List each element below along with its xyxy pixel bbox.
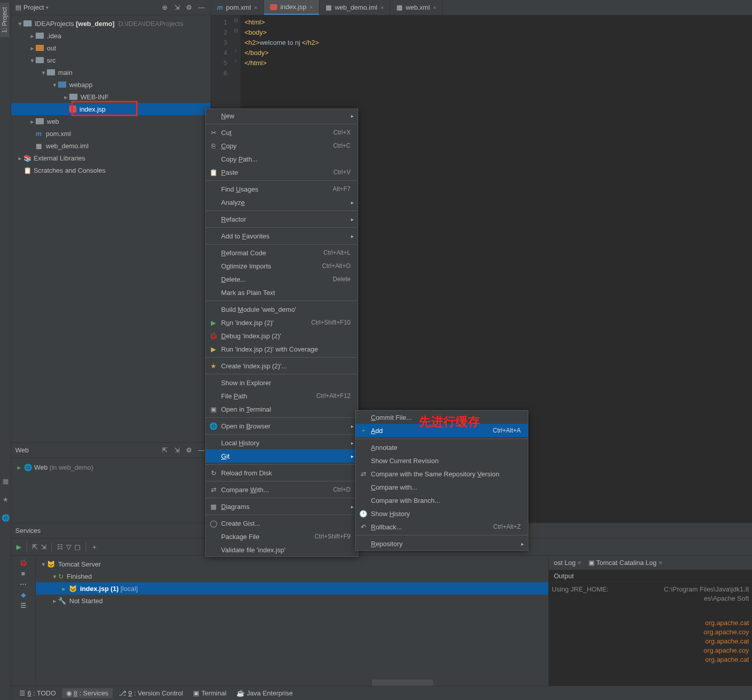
menu-item[interactable]: Commit File...: [356, 411, 528, 424]
layout-icon[interactable]: ▢: [74, 543, 80, 551]
run-button[interactable]: ▶: [16, 543, 21, 551]
gear-icon[interactable]: ⚙: [184, 445, 194, 455]
menu-item[interactable]: Show Current Revision: [356, 454, 528, 467]
tab-pom[interactable]: mpom.xml×: [211, 0, 264, 15]
menu-item[interactable]: Build Module 'web_demo': [206, 303, 358, 316]
dropdown-icon[interactable]: ▾: [46, 5, 48, 10]
menu-item[interactable]: Repository▸: [356, 537, 528, 550]
tree-src[interactable]: src: [11, 54, 210, 66]
menu-item[interactable]: 📋PasteCtrl+V: [206, 166, 358, 179]
tree-pom[interactable]: mpom.xml: [11, 127, 210, 140]
menu-item[interactable]: ★Create 'index.jsp (2)'...: [206, 359, 358, 372]
web-run-row[interactable]: ▸🌐Web (in web_demo): [15, 461, 206, 473]
menu-item[interactable]: File PathCtrl+Alt+F12: [206, 389, 358, 402]
menu-item[interactable]: ⇄Compare With...Ctrl+D: [206, 483, 358, 496]
menu-item[interactable]: ▶Run 'index.jsp (2)' with Coverage: [206, 342, 358, 356]
close-icon[interactable]: ×: [254, 5, 257, 11]
svc-finished[interactable]: ↻Finished: [36, 570, 548, 582]
tree-webapp[interactable]: webapp: [11, 78, 210, 91]
menu-item[interactable]: ✂CutCtrl+X: [206, 126, 358, 139]
tree-collapse-icon[interactable]: ⇲: [41, 543, 46, 551]
tree-extlib[interactable]: 📚External Libraries: [11, 152, 210, 164]
expand-icon[interactable]: ⇲: [172, 3, 182, 13]
bottom-tab-vcs[interactable]: ⎇9: Version Control: [115, 688, 187, 698]
bottom-tab-terminal[interactable]: ▣Terminal: [189, 688, 230, 698]
tab-indexjsp[interactable]: index.jsp×: [264, 0, 319, 15]
menu-item[interactable]: Show in Explorer: [206, 376, 358, 389]
scrollbar-horizontal[interactable]: [372, 680, 433, 686]
menu-item[interactable]: Reformat CodeCtrl+Alt+L: [206, 246, 358, 259]
svc-tomcat[interactable]: 🐱Tomcat Server: [36, 558, 548, 570]
group-icon[interactable]: ☷: [57, 543, 63, 551]
menu-item[interactable]: ▦Diagrams▸: [206, 500, 358, 513]
stop-icon[interactable]: ■: [21, 570, 25, 577]
tree-indexjsp[interactable]: index.jsp: [11, 103, 210, 115]
menu-item[interactable]: Annotate: [356, 441, 528, 454]
svc-notstarted[interactable]: 🔧Not Started: [36, 595, 548, 607]
menu-item[interactable]: Package FileCtrl+Shift+F9: [206, 530, 358, 543]
output-tab-catalina[interactable]: ▣ Tomcat Catalina Log ×: [588, 559, 662, 567]
menu-item[interactable]: Add to Favorites▸: [206, 229, 358, 243]
hide-icon[interactable]: —: [196, 3, 206, 13]
menu-icon[interactable]: ☰: [20, 602, 26, 609]
output-body[interactable]: Using JRE_HOME:C:\Program Files\Java\jdk…: [549, 582, 752, 668]
menu-item[interactable]: 🕐Show History: [356, 507, 528, 520]
menu-item[interactable]: ＋AddCtrl+Alt+A: [356, 424, 528, 437]
add-icon[interactable]: ＋: [91, 543, 98, 552]
tree-out[interactable]: out: [11, 42, 210, 54]
menu-item[interactable]: 🌐Open in Browser▸: [206, 419, 358, 433]
menu-item[interactable]: Analyze▸: [206, 196, 358, 209]
collapse-icon[interactable]: ⇱: [159, 445, 170, 455]
tree-web[interactable]: web: [11, 115, 210, 127]
bottom-tab-javaee[interactable]: ☕Java Enterprise: [232, 688, 297, 698]
menu-item[interactable]: ↶Rollback...Ctrl+Alt+Z: [356, 520, 528, 533]
bottom-tab-todo[interactable]: ☰6: TODO: [15, 688, 60, 698]
tree-main[interactable]: main: [11, 66, 210, 78]
menu-item[interactable]: Compare with Branch...: [356, 494, 528, 507]
bottom-tab-services[interactable]: ◉8: Services: [62, 688, 113, 698]
tab-webxml[interactable]: ▦web.xml×: [390, 0, 443, 15]
menu-item[interactable]: ↻Reload from Disk: [206, 466, 358, 479]
vtab-project[interactable]: 1: Project: [0, 3, 9, 37]
expand-all-icon[interactable]: ⇲: [172, 445, 182, 455]
menu-item[interactable]: Local History▸: [206, 436, 358, 449]
menu-item[interactable]: Compare with...: [356, 480, 528, 494]
bug-icon[interactable]: 🐞: [19, 559, 28, 567]
tab-iml[interactable]: ▦web_demo.iml×: [319, 0, 390, 15]
tree-iml[interactable]: ▦web_demo.iml: [11, 140, 210, 152]
menu-item[interactable]: Delete...Delete: [206, 273, 358, 286]
menu-item[interactable]: ▶Run 'index.jsp (2)'Ctrl+Shift+F10: [206, 316, 358, 329]
menu-item[interactable]: Optimize ImportsCtrl+Alt+O: [206, 259, 358, 273]
tree-idea[interactable]: .idea: [11, 30, 210, 42]
menu-item[interactable]: Copy Path...: [206, 152, 358, 166]
hide-icon[interactable]: —: [196, 445, 206, 455]
menu-item[interactable]: Validate file 'index.jsp': [206, 543, 358, 556]
menu-item[interactable]: Refactor▸: [206, 212, 358, 226]
menu-item[interactable]: ⎘CopyCtrl+C: [206, 139, 358, 152]
menu-item[interactable]: New▸: [206, 109, 358, 122]
menu-item[interactable]: ◯Create Gist...: [206, 517, 358, 530]
tree-scratch[interactable]: 📋Scratches and Consoles: [11, 164, 210, 176]
menu-item[interactable]: 🐞Debug 'index.jsp (2)': [206, 329, 358, 342]
tree-webinf[interactable]: WEB-INF: [11, 91, 210, 103]
vtab-favorites-icon[interactable]: ★: [0, 490, 11, 508]
menu-item[interactable]: Find UsagesAlt+F7: [206, 182, 358, 196]
close-icon[interactable]: ×: [381, 5, 384, 11]
menu-item[interactable]: ⇄Compare with the Same Repository Versio…: [356, 467, 528, 480]
vtab-web-icon[interactable]: 🌐: [0, 508, 11, 527]
menu-item[interactable]: ▣Open in Terminal: [206, 402, 358, 416]
filter-icon[interactable]: ▽: [66, 543, 71, 551]
locate-icon[interactable]: ⊕: [159, 3, 170, 13]
gear-icon[interactable]: ⚙: [184, 3, 194, 13]
diamond-icon[interactable]: ◆: [21, 591, 26, 599]
menu-item[interactable]: Mark as Plain Text: [206, 286, 358, 299]
vtab-structure-icon[interactable]: ▦: [0, 472, 11, 490]
menu-item[interactable]: Git▸: [206, 449, 358, 463]
close-icon[interactable]: ×: [309, 4, 312, 10]
output-tab-localhost[interactable]: ost Log ×: [554, 559, 581, 567]
close-icon[interactable]: ×: [433, 5, 436, 11]
more-icon[interactable]: ⋯: [20, 580, 26, 588]
tree-expand-icon[interactable]: ⇱: [32, 543, 38, 551]
svc-run-config[interactable]: ▸🐱index.jsp (1) [local]: [36, 582, 548, 595]
tree-root[interactable]: IDEAProjects [web_demo] D:\IDEA\IDEAProj…: [11, 17, 210, 30]
